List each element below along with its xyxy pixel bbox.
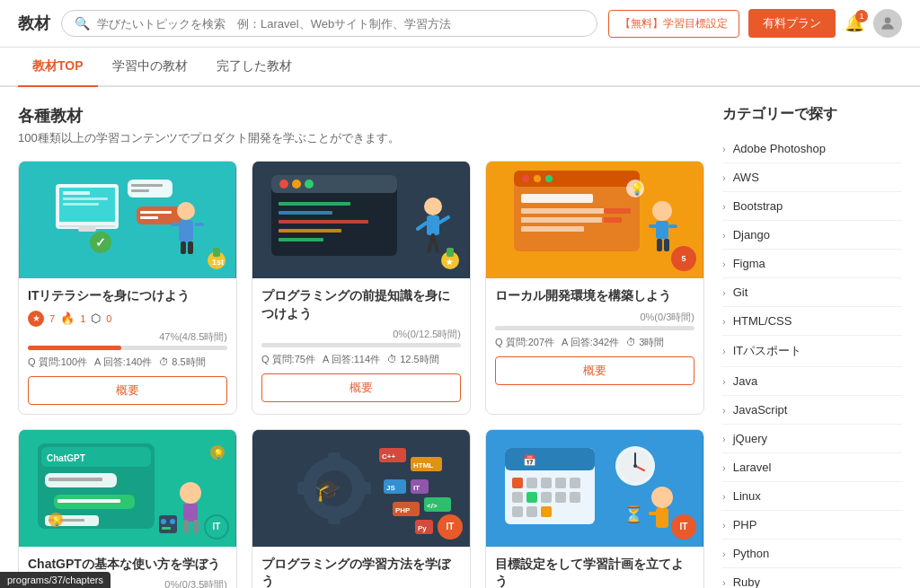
category-item[interactable]: ›PHP <box>722 511 902 540</box>
category-label: Bootstrap <box>733 199 783 213</box>
svg-point-131 <box>633 464 637 468</box>
search-bar[interactable]: 🔍 <box>61 10 597 37</box>
overview-button-3[interactable]: 概要 <box>495 356 694 385</box>
overview-button-1[interactable]: 概要 <box>28 376 227 405</box>
header: 教材 🔍 【無料】学習目標設定 有料プラン 🔔 1 <box>0 0 920 48</box>
card-5-title: プログラミングの学習方法を学ぼう <box>261 556 461 588</box>
svg-rect-56 <box>604 208 631 214</box>
svg-rect-117 <box>555 478 566 488</box>
svg-rect-34 <box>279 220 368 224</box>
card-3: 💡 5 ローカル開発環境を構築しよう 0%(0/3時間) Q 質問:207件 A <box>485 161 704 415</box>
paid-plan-button[interactable]: 有料プラン <box>748 9 836 38</box>
card-6-title: 目標設定をして学習計画を立てよう <box>495 556 694 588</box>
site-logo: 教材 <box>18 13 50 34</box>
sidebar: カテゴリーで探す ›Adobe Photoshop›AWS›Bootstrap›… <box>722 105 902 588</box>
svg-rect-78 <box>183 520 189 533</box>
chevron-right-icon: › <box>722 462 726 473</box>
svg-rect-33 <box>279 211 332 215</box>
category-item[interactable]: ›JavaScript <box>722 396 902 425</box>
card-2-title: プログラミングの前提知識を身につけよう <box>261 287 461 322</box>
badge-star: ★ <box>28 311 44 327</box>
svg-rect-48 <box>514 171 640 187</box>
category-item[interactable]: ›Adobe Photoshop <box>722 135 902 163</box>
category-item[interactable]: ›jQuery <box>722 425 902 453</box>
search-input[interactable] <box>97 17 584 31</box>
card-1-title: ITリテラシーを身につけよう <box>28 287 227 305</box>
svg-rect-61 <box>668 224 677 228</box>
stat-answers-1: A 回答:140件 <box>94 355 152 369</box>
stat-questions-2: Q 質問:75件 <box>261 353 315 366</box>
tab-learning[interactable]: 学習中の教材 <box>98 48 202 87</box>
chevron-right-icon: › <box>722 577 726 588</box>
card-5-body: プログラミングの学習方法を学ぼう 0%(0/5時間) <box>252 547 470 588</box>
chevron-right-icon: › <box>722 259 726 269</box>
svg-text:HTML: HTML <box>413 461 433 470</box>
svg-rect-36 <box>279 238 323 241</box>
progress-bar-bg-2 <box>261 343 461 347</box>
stat-answers-3: A 回答:342件 <box>562 336 619 349</box>
card-2-progress: 0%(0/12.5時間) <box>261 328 461 347</box>
svg-point-82 <box>170 519 175 524</box>
category-item[interactable]: ›Python <box>722 540 902 568</box>
svg-rect-4 <box>59 225 115 227</box>
svg-rect-134 <box>649 512 658 515</box>
notification-badge: 1 <box>855 10 868 22</box>
category-label: Laravel <box>733 461 772 474</box>
category-item[interactable]: ›HTML/CSS <box>722 307 902 336</box>
avatar[interactable] <box>873 9 902 38</box>
section-title: 各種教材 <box>18 105 704 127</box>
category-item[interactable]: ›Laravel <box>722 453 902 482</box>
overview-button-2[interactable]: 概要 <box>261 373 461 402</box>
category-item[interactable]: ›AWS <box>722 163 902 192</box>
svg-text:JS: JS <box>386 484 395 492</box>
svg-rect-8 <box>63 203 99 206</box>
svg-rect-9 <box>128 180 172 197</box>
svg-rect-60 <box>649 224 658 228</box>
category-item[interactable]: ›Git <box>722 278 902 307</box>
card-6-image: 📅 <box>486 430 703 547</box>
category-label: Java <box>733 374 757 388</box>
card-1-image: ✓ 1st <box>19 162 236 278</box>
tab-completed[interactable]: 完了した教材 <box>202 48 306 87</box>
svg-rect-93 <box>297 482 312 495</box>
chevron-right-icon: › <box>722 405 726 416</box>
card-2: ★ プログラミングの前提知識を身につけよう 0%(0/12.5時間) Q 質問:… <box>252 161 471 415</box>
svg-rect-6 <box>63 191 90 195</box>
category-label: ITパスポート <box>733 343 802 359</box>
goal-setting-button[interactable]: 【無料】学習目標設定 <box>608 10 739 38</box>
category-item[interactable]: ›Django <box>722 221 902 250</box>
category-label: Git <box>733 285 748 299</box>
content-area: 各種教材 100種類以上の学習コンテンツでプロダクト開発を学ぶことができます。 <box>18 105 704 588</box>
main-layout: 各種教材 100種類以上の学習コンテンツでプロダクト開発を学ぶことができます。 <box>0 87 920 588</box>
chevron-right-icon: › <box>722 201 726 212</box>
category-label: Adobe Photoshop <box>733 142 826 155</box>
svg-rect-44 <box>447 248 454 257</box>
svg-rect-32 <box>279 202 350 206</box>
svg-rect-11 <box>131 189 149 192</box>
stat-time-3: ⏱ 3時間 <box>626 336 664 349</box>
svg-rect-16 <box>179 220 193 241</box>
svg-text:✓: ✓ <box>95 235 106 250</box>
chevron-right-icon: › <box>722 346 726 356</box>
category-label: Ruby <box>733 575 760 588</box>
svg-rect-121 <box>541 492 552 503</box>
svg-text:💡: 💡 <box>630 181 645 197</box>
category-item[interactable]: ›Java <box>722 367 902 396</box>
sidebar-title: カテゴリーで探す <box>722 105 902 124</box>
search-icon: 🔍 <box>75 16 90 31</box>
svg-rect-77 <box>183 504 198 522</box>
category-item[interactable]: ›Figma <box>722 250 902 278</box>
category-label: PHP <box>733 518 757 531</box>
chevron-right-icon: › <box>722 230 726 241</box>
category-item[interactable]: ›Bootstrap <box>722 192 902 221</box>
svg-rect-28 <box>271 175 397 193</box>
tab-materials-top[interactable]: 教材TOP <box>18 48 98 87</box>
category-item[interactable]: ›Ruby <box>722 568 902 588</box>
svg-text:Py: Py <box>418 524 427 532</box>
chevron-right-icon: › <box>722 376 726 387</box>
category-item[interactable]: ›ITパスポート <box>722 336 902 367</box>
badge-fire: 🔥 <box>60 312 75 325</box>
svg-text:1st: 1st <box>212 258 224 267</box>
category-item[interactable]: ›Linux <box>722 482 902 511</box>
notification-icon[interactable]: 🔔 1 <box>845 13 864 33</box>
